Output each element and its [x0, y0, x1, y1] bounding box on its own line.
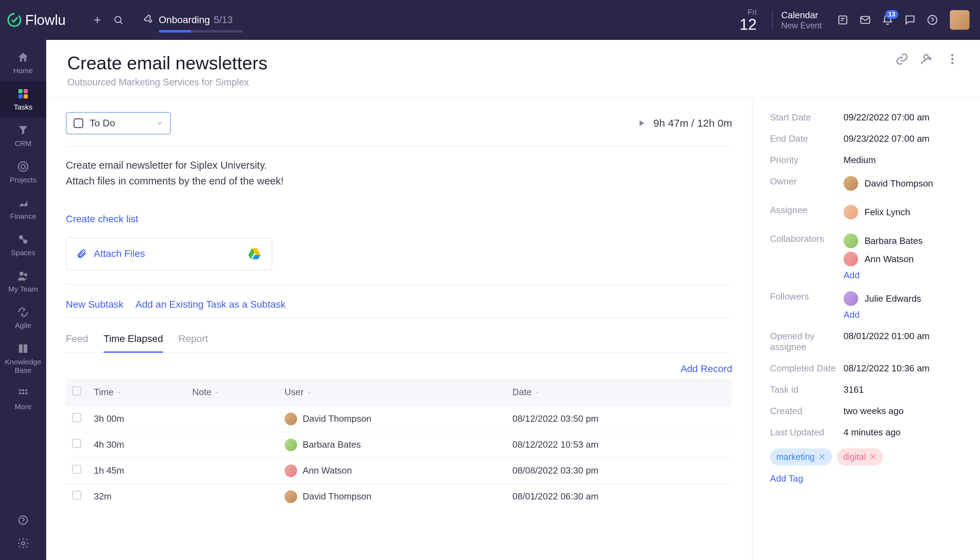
add-user-icon[interactable] [920, 52, 934, 66]
row-checkbox[interactable] [72, 439, 81, 448]
mail-button[interactable] [858, 13, 872, 27]
table-row[interactable]: 3h 00m David Thompson 08/12/2022 03:50 p… [66, 406, 732, 432]
row-checkbox[interactable] [72, 491, 81, 500]
tag-remove[interactable]: ✕ [818, 452, 826, 462]
tag-remove[interactable]: ✕ [869, 452, 877, 462]
owner-person[interactable]: David Thompson [843, 176, 962, 191]
funnel-icon [17, 124, 29, 137]
search-icon [113, 15, 123, 25]
date-widget[interactable]: Fri 12 [740, 8, 757, 32]
add-button[interactable] [87, 10, 108, 30]
nav-projects-label: Projects [10, 176, 37, 184]
new-subtask-link[interactable]: New Subtask [66, 299, 123, 310]
notifications-button[interactable]: 13 [881, 13, 895, 27]
follower-person[interactable]: Julie Edwards [843, 291, 962, 306]
collaborator-name: Barbara Bates [865, 235, 923, 247]
create-checklist-link[interactable]: Create check list [66, 213, 732, 225]
avatar [843, 205, 858, 220]
cell-user: Ann Watson [278, 458, 506, 484]
notification-badge: 13 [885, 10, 898, 19]
add-existing-subtask-link[interactable]: Add an Existing Task as a Subtask [135, 299, 286, 310]
table-row[interactable]: 4h 30m Barbara Bates 08/12/2022 10:53 am [66, 432, 732, 458]
add-collaborator-link[interactable]: Add [843, 270, 962, 281]
taskid-value: 3161 [843, 384, 962, 395]
link-icon[interactable] [895, 52, 908, 66]
tag-label: marketing [776, 452, 815, 462]
question-icon[interactable] [17, 514, 29, 527]
nav-agile[interactable]: Agile [0, 300, 46, 336]
collaborator-person[interactable]: Ann Watson [843, 252, 962, 267]
google-drive-icon[interactable] [247, 247, 262, 261]
col-note[interactable]: Note [186, 379, 278, 406]
more-vert-icon[interactable] [946, 52, 959, 66]
divider [66, 146, 732, 147]
table-row[interactable]: 32m David Thompson 08/01/2022 06:30 am [66, 484, 732, 509]
nav-team-label: My Team [8, 285, 38, 293]
nav-more[interactable]: More [0, 381, 46, 417]
svg-point-12 [20, 272, 24, 276]
task-description: Create email newsletter for Siplex Unive… [66, 158, 732, 189]
cell-note [186, 432, 278, 458]
nav-finance[interactable]: Finance [0, 190, 46, 227]
add-follower-link[interactable]: Add [843, 309, 962, 320]
user-avatar[interactable] [950, 10, 970, 30]
col-time[interactable]: Time [88, 379, 186, 406]
col-date[interactable]: Date [506, 379, 732, 406]
chat-button[interactable] [903, 13, 917, 27]
settings-icon[interactable] [17, 537, 29, 550]
help-icon [927, 14, 938, 26]
nav-home[interactable]: Home [0, 45, 46, 81]
tab-report[interactable]: Report [178, 333, 208, 352]
row-checkbox[interactable] [72, 413, 81, 422]
table-row[interactable]: 1h 45m Ann Watson 08/08/2022 03:30 pm [66, 458, 732, 484]
svg-point-22 [951, 54, 953, 57]
tag[interactable]: digital✕ [837, 448, 883, 465]
search-button[interactable] [108, 10, 129, 30]
tag[interactable]: marketing✕ [770, 448, 832, 465]
owner-name: David Thompson [865, 178, 933, 189]
description-line-2: Attach files in comments by the end of t… [66, 173, 732, 189]
play-icon[interactable] [637, 118, 647, 128]
cell-date: 08/12/2022 10:53 am [506, 432, 732, 458]
priority-value[interactable]: Medium [843, 155, 962, 165]
col-user[interactable]: User [278, 379, 506, 406]
end-date-value[interactable]: 09/23/2022 07:00 am [843, 133, 962, 144]
nav-crm[interactable]: CRM [0, 118, 46, 154]
tab-time-elapsed[interactable]: Time Elapsed [103, 333, 163, 353]
tag-label: digital [843, 452, 866, 462]
status-checkbox[interactable] [73, 118, 83, 128]
nav-kb[interactable]: Knowledge Base [0, 336, 46, 381]
help-button[interactable] [925, 13, 939, 27]
nav-projects[interactable]: Projects [0, 154, 46, 190]
nav-tasks[interactable]: Tasks [0, 81, 46, 118]
logo[interactable]: Flowlu [7, 12, 66, 28]
status-dropdown[interactable]: To Do [66, 112, 171, 134]
attach-files-box[interactable]: Attach Files [66, 237, 272, 270]
avatar [285, 413, 297, 425]
page-header: Create email newsletters Outsourced Mark… [46, 40, 980, 98]
assignee-label: Assignee [770, 205, 843, 223]
page-subtitle: Outsourced Marketing Services for Simple… [67, 77, 267, 88]
calendar-widget[interactable]: Calendar New Event [781, 10, 822, 30]
divider [66, 284, 732, 285]
svg-point-21 [924, 55, 928, 59]
nav-team[interactable]: My Team [0, 263, 46, 300]
plus-icon [92, 15, 103, 25]
onboarding-widget[interactable]: Onboarding 5/13 [143, 14, 233, 26]
start-date-value[interactable]: 09/22/2022 07:00 am [843, 112, 962, 123]
select-all-checkbox[interactable] [72, 387, 81, 395]
row-checkbox[interactable] [72, 465, 81, 474]
svg-point-9 [21, 165, 25, 169]
onboarding-progress-bar [159, 30, 243, 33]
assignee-person[interactable]: Felix Lynch [843, 205, 962, 220]
add-tag-link[interactable]: Add Tag [770, 473, 962, 484]
divider [772, 10, 773, 30]
collaborator-person[interactable]: Barbara Bates [843, 233, 962, 248]
nav-spaces[interactable]: Spaces [0, 227, 46, 263]
spaces-icon [17, 233, 29, 246]
tab-feed[interactable]: Feed [66, 333, 88, 352]
grid-icon [17, 387, 29, 400]
notes-button[interactable] [836, 13, 850, 27]
add-record-link[interactable]: Add Record [680, 363, 732, 374]
target-icon [17, 160, 29, 173]
